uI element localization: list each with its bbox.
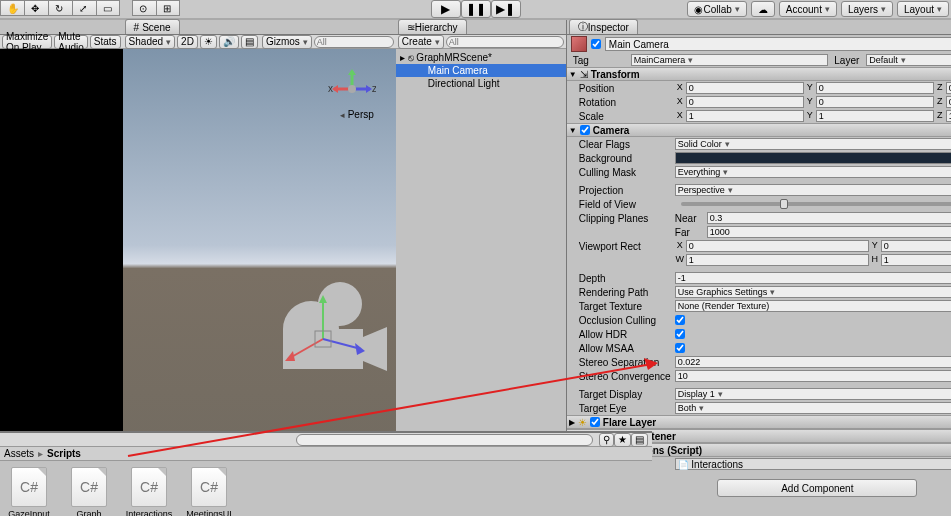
cloud-button[interactable]: ☁ bbox=[751, 1, 775, 17]
fold-transform[interactable]: ▼ bbox=[569, 70, 577, 79]
fold-flare[interactable]: ▶ bbox=[569, 418, 575, 427]
stereo-conv-field[interactable] bbox=[675, 370, 951, 382]
asset-meetingsui[interactable]: C#MeetingsUI bbox=[188, 467, 230, 516]
scale-y[interactable] bbox=[816, 110, 934, 122]
filter-icon[interactable]: ⚲ bbox=[599, 433, 614, 447]
layout-label: Layout bbox=[904, 4, 934, 15]
inspector-tab[interactable]: ⓘ Inspector bbox=[569, 19, 638, 34]
space-toggle[interactable]: ⊞ bbox=[156, 0, 180, 16]
render-path-label: Rendering Path bbox=[571, 287, 671, 298]
maximize-on-play[interactable]: Maximize On Play bbox=[2, 35, 52, 49]
scale-tool[interactable]: ⤢ bbox=[72, 0, 96, 16]
asset-interactions[interactable]: C#Interactions bbox=[128, 467, 170, 516]
hdr-checkbox[interactable] bbox=[675, 329, 685, 339]
hierarchy-tab[interactable]: ≊ Hierarchy bbox=[398, 19, 467, 34]
viewport-label: Viewport Rect bbox=[571, 241, 671, 252]
layer-dropdown[interactable]: Default bbox=[866, 54, 951, 66]
asset-graph[interactable]: C#Graph bbox=[68, 467, 110, 516]
transform-title: Transform bbox=[591, 69, 640, 80]
pos-x[interactable] bbox=[686, 82, 804, 94]
audio-toggle[interactable]: 🔊 bbox=[219, 35, 239, 49]
occlusion-label: Occlusion Culling bbox=[571, 315, 671, 326]
step-button[interactable]: ▶❚ bbox=[491, 0, 521, 18]
target-eye-dropdown[interactable]: Both bbox=[675, 402, 951, 414]
scale-x[interactable] bbox=[686, 110, 804, 122]
hierarchy-scene[interactable]: ▸ ⎋ GraphMRScene* bbox=[396, 51, 566, 64]
occlusion-checkbox[interactable] bbox=[675, 315, 685, 325]
account-dropdown[interactable]: Account bbox=[779, 1, 837, 17]
transform-icon: ⇲ bbox=[580, 69, 588, 80]
persp-label: ◂ Persp bbox=[340, 109, 374, 120]
far-field[interactable] bbox=[707, 226, 951, 238]
active-checkbox[interactable] bbox=[591, 39, 601, 49]
stats-button[interactable]: Stats bbox=[90, 35, 121, 49]
stereo-sep-field[interactable] bbox=[675, 356, 951, 368]
selected-camera-gizmo[interactable] bbox=[243, 249, 423, 399]
fx-toggle[interactable]: ▤ bbox=[241, 35, 258, 49]
mute-audio[interactable]: Mute Audio bbox=[54, 35, 88, 49]
project-search[interactable] bbox=[296, 434, 594, 446]
hdr-label: Allow HDR bbox=[571, 329, 671, 340]
background-color[interactable] bbox=[675, 152, 951, 164]
play-button[interactable]: ▶ bbox=[431, 0, 461, 18]
csharp-icon: C# bbox=[191, 467, 227, 507]
rot-z[interactable] bbox=[946, 96, 951, 108]
add-component-button[interactable]: Add Component bbox=[717, 479, 917, 497]
gameobject-icon[interactable] bbox=[571, 36, 587, 52]
scale-z[interactable] bbox=[946, 110, 951, 122]
pos-z[interactable] bbox=[946, 82, 951, 94]
menu-icon[interactable]: ▤ bbox=[631, 433, 648, 447]
asset-gazeinput[interactable]: C#GazeInput bbox=[8, 467, 50, 516]
target-disp-dropdown[interactable]: Display 1 bbox=[675, 388, 951, 400]
target-tex-label: Target Texture bbox=[571, 301, 671, 312]
breadcrumb-scripts[interactable]: Scripts bbox=[47, 448, 81, 459]
move-tool[interactable]: ✥ bbox=[24, 0, 48, 16]
favorite-icon[interactable]: ★ bbox=[614, 433, 631, 447]
layers-dropdown[interactable]: Layers bbox=[841, 1, 893, 17]
script-field[interactable]: 📄 Interactions bbox=[675, 458, 951, 470]
clear-flags-dropdown[interactable]: Solid Color bbox=[675, 138, 951, 150]
collab-dropdown[interactable]: ◉ Collab bbox=[687, 1, 746, 17]
vp-x[interactable] bbox=[686, 240, 869, 252]
culling-dropdown[interactable]: Everything bbox=[675, 166, 951, 178]
vp-y[interactable] bbox=[881, 240, 951, 252]
scene-search[interactable] bbox=[314, 36, 394, 48]
layer-label: Layer bbox=[832, 55, 862, 66]
pos-y[interactable] bbox=[816, 82, 934, 94]
hierarchy-item-main-camera[interactable]: Main Camera bbox=[396, 64, 566, 77]
pivot-toggle[interactable]: ⊙ bbox=[132, 0, 156, 16]
scene-tab[interactable]: #Scene bbox=[125, 19, 180, 34]
near-field[interactable] bbox=[707, 212, 951, 224]
rect-tool[interactable]: ▭ bbox=[96, 0, 120, 16]
vp-h[interactable] bbox=[881, 254, 951, 266]
camera-enabled[interactable] bbox=[580, 125, 590, 135]
msaa-checkbox[interactable] bbox=[675, 343, 685, 353]
gizmos-dropdown[interactable]: Gizmos bbox=[262, 35, 312, 49]
hand-tool[interactable]: ✋ bbox=[0, 0, 24, 16]
breadcrumb-assets[interactable]: Assets bbox=[4, 448, 34, 459]
rotate-tool[interactable]: ↻ bbox=[48, 0, 72, 16]
flare-enabled[interactable] bbox=[590, 417, 600, 427]
projection-dropdown[interactable]: Perspective bbox=[675, 184, 951, 196]
vp-w[interactable] bbox=[686, 254, 869, 266]
shaded-dropdown[interactable]: Shaded bbox=[125, 35, 175, 49]
2d-toggle[interactable]: 2D bbox=[177, 35, 198, 49]
tag-dropdown[interactable]: MainCamera bbox=[631, 54, 829, 66]
depth-field[interactable] bbox=[675, 272, 951, 284]
project-assets[interactable]: C#GazeInput C#Graph C#Interactions C#Mee… bbox=[0, 461, 652, 516]
target-tex-field[interactable]: None (Render Texture) bbox=[675, 300, 951, 312]
hierarchy-item-directional-light[interactable]: Directional Light bbox=[396, 77, 566, 90]
rot-x[interactable] bbox=[686, 96, 804, 108]
rot-y[interactable] bbox=[816, 96, 934, 108]
fold-camera[interactable]: ▼ bbox=[569, 126, 577, 135]
render-path-dropdown[interactable]: Use Graphics Settings bbox=[675, 286, 951, 298]
hierarchy-search[interactable] bbox=[446, 36, 564, 48]
pause-button[interactable]: ❚❚ bbox=[461, 0, 491, 18]
orientation-gizmo[interactable]: x z bbox=[328, 69, 376, 109]
gameobject-name-field[interactable] bbox=[605, 37, 951, 51]
depth-label: Depth bbox=[571, 273, 671, 284]
fov-slider[interactable] bbox=[681, 202, 951, 206]
lighting-toggle[interactable]: ☀ bbox=[200, 35, 217, 49]
layout-dropdown[interactable]: Layout bbox=[897, 1, 949, 17]
create-dropdown[interactable]: Create bbox=[398, 35, 444, 49]
